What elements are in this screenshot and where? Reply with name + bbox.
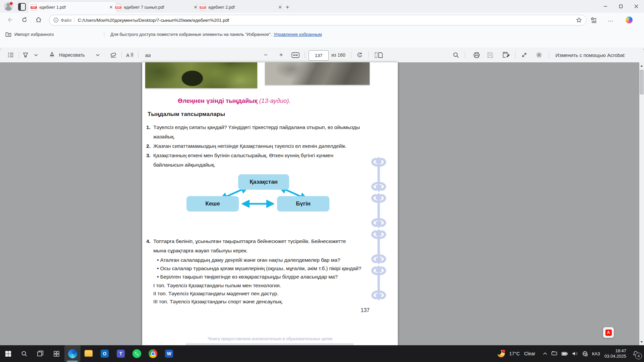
read-aloud-icon[interactable]: A — [125, 50, 135, 60]
task-view-icon[interactable] — [32, 345, 48, 362]
zoom-out-icon[interactable]: − — [261, 50, 270, 60]
copyright-footnote: *Книга предоставлена исключительно в обр… — [142, 337, 398, 341]
draw-button[interactable]: Нарисовать — [59, 50, 85, 60]
info-icon[interactable] — [53, 17, 59, 23]
print-icon[interactable] — [472, 50, 482, 60]
toolbar-divider — [305, 52, 305, 58]
toolbar-divider — [549, 52, 549, 58]
maximize-button[interactable] — [613, 0, 629, 13]
task-number: 2. — [146, 143, 151, 149]
save-as-icon[interactable] — [500, 50, 511, 60]
profile-avatar[interactable] — [4, 2, 13, 11]
manage-favorites-link[interactable]: Управление избранным — [274, 32, 322, 37]
home-icon[interactable] — [34, 15, 43, 24]
tab-adebiet-2[interactable]: әдебиет 2.pdf ✕ — [197, 2, 286, 13]
edit-in-acrobat-button[interactable]: Изменить с помощью Acrobat — [555, 50, 625, 60]
task-number: 1. — [146, 124, 151, 130]
plus-glyph: + — [279, 51, 283, 59]
clock[interactable]: 18:47 03.04.2025 — [604, 348, 626, 359]
pdf-toolbar: Нарисовать A аә − + из 160 — [0, 48, 644, 63]
favorite-star-icon[interactable] — [576, 17, 582, 23]
draw-chevron-icon[interactable] — [94, 50, 101, 60]
back-icon[interactable] — [5, 15, 14, 24]
volume-icon[interactable] — [572, 351, 578, 356]
workspaces-icon[interactable] — [18, 3, 26, 11]
clock-time: 18:47 — [604, 348, 626, 354]
import-favorites-label[interactable]: Импорт избранного — [14, 32, 54, 37]
tab-adebiet-7-synyp[interactable]: әдебиет 7 сынып.pdf ✕ — [113, 2, 201, 13]
page-number-input[interactable] — [309, 50, 329, 61]
outlook-icon[interactable]: O — [97, 345, 113, 362]
address-bar[interactable]: Файл C:/Users/Мои%20документы/Desktop/7-… — [49, 15, 586, 25]
contents-icon[interactable] — [6, 50, 15, 60]
teams-icon[interactable]: T — [113, 345, 129, 362]
close-window-button[interactable] — [629, 0, 644, 13]
tray-chevron-icon[interactable] — [543, 352, 547, 355]
save-icon[interactable] — [485, 50, 495, 60]
fullscreen-icon[interactable] — [519, 50, 529, 60]
scroll-down-icon[interactable] — [639, 339, 644, 345]
acrobat-floating-button[interactable]: A — [603, 327, 614, 338]
language-indicator[interactable]: КАЗ — [592, 351, 600, 356]
kazakh-ornament — [369, 157, 388, 302]
scrollbar-thumb[interactable] — [640, 70, 644, 95]
toolbar-divider — [351, 52, 351, 58]
collections-icon[interactable] — [589, 15, 598, 24]
zoom-in-icon[interactable]: + — [276, 50, 286, 60]
copilot-icon[interactable] — [625, 15, 633, 24]
refresh-icon[interactable] — [20, 15, 29, 24]
bullet-item: Аталған салалардың даму деңгейі және оға… — [157, 257, 340, 263]
tab-close-icon[interactable]: ✕ — [277, 4, 283, 10]
rotate-icon[interactable] — [355, 50, 365, 60]
scrollbar[interactable] — [639, 62, 644, 345]
tab-adebiet-1[interactable]: әдебиет 1.pdf ✕ — [28, 2, 117, 13]
listening-heading: Өлеңнен үзінді тыңдайық (13-аудио). — [178, 97, 291, 105]
start-button[interactable] — [0, 345, 16, 362]
scroll-up-icon[interactable] — [639, 63, 644, 68]
favorites-divider — [104, 31, 104, 37]
word-icon[interactable]: W — [161, 345, 177, 362]
minimize-button[interactable] — [598, 0, 613, 13]
page-view-icon[interactable] — [373, 50, 384, 60]
draw-pen-icon[interactable] — [47, 50, 57, 60]
chrome-icon[interactable] — [145, 345, 161, 362]
taskbar-search-icon[interactable] — [16, 345, 32, 362]
task-line: Қазақстанның өткені мен бүгінін салыстыр… — [153, 153, 333, 159]
translate-icon[interactable]: аә — [142, 50, 154, 60]
profile-notification-dot — [9, 2, 13, 5]
edge-taskbar-icon[interactable] — [64, 345, 80, 362]
url-text[interactable]: C:/Users/Мои%20документы/Desktop/7-сынып… — [78, 18, 576, 23]
notification-count-badge: 4 — [635, 353, 642, 359]
eraser-icon[interactable] — [108, 50, 118, 60]
diagram-box-today: Бүгін — [277, 196, 329, 212]
settings-gear-icon[interactable] — [534, 50, 544, 60]
bullet-item: Осы салалар турасында қоғам мүшелерінің … — [157, 265, 361, 272]
group-item: І топ. Тәуелсіз Қазақстандағы ғылым мен … — [153, 283, 281, 289]
widgets-icon[interactable] — [48, 345, 64, 362]
weather-temp[interactable]: 17°C — [509, 351, 520, 356]
highlighter-chevron-icon[interactable] — [32, 50, 40, 60]
whatsapp-icon[interactable] — [129, 345, 145, 362]
toolbar-divider — [465, 52, 465, 58]
file-explorer-icon[interactable] — [80, 345, 97, 362]
notification-center-icon[interactable]: 4 — [631, 349, 641, 359]
listening-heading-text: Өлеңнен үзінді тыңдайық — [178, 97, 257, 104]
task-line: Жазған сипаттамамыздың негізінде Қазақст… — [153, 143, 346, 149]
new-tab-button[interactable]: ＋ — [283, 3, 291, 11]
highlighter-icon[interactable] — [21, 50, 30, 60]
group-item: ІІ топ. Тәуелсіз Қазақстандағы мәдениет … — [153, 291, 278, 297]
network-globe-icon[interactable] — [582, 351, 588, 356]
battery-icon[interactable] — [561, 352, 568, 356]
pdf-document-area[interactable]: Өлеңнен үзінді тыңдайық (13-аудио). Тыңд… — [0, 62, 644, 345]
clock-date: 03.04.2025 — [604, 354, 626, 359]
listening-heading-note: (13-аудио). — [257, 97, 290, 104]
weather-moon-icon[interactable] — [497, 350, 505, 357]
toolbar-divider — [515, 52, 516, 58]
import-favorites-icon — [5, 32, 12, 37]
display-icon[interactable] — [551, 351, 557, 356]
fit-width-icon[interactable] — [290, 50, 301, 60]
weather-condition[interactable]: Clear — [524, 351, 535, 356]
search-icon[interactable] — [451, 50, 461, 60]
draw-label: Нарисовать — [59, 52, 85, 58]
settings-more-icon[interactable]: … — [606, 15, 615, 24]
